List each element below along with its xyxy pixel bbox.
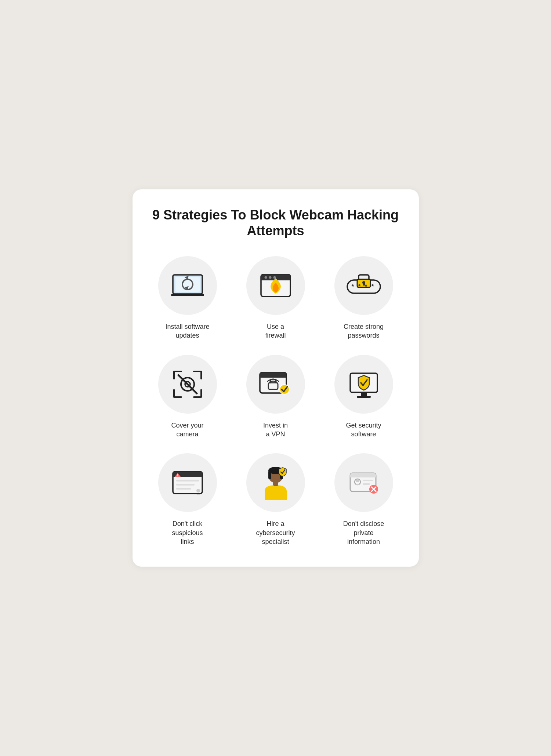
icon-circle-suspicious-links: ! xyxy=(158,453,217,512)
page-title: 9 Strategies To Block Webcam Hacking Att… xyxy=(147,207,404,239)
svg-rect-51 xyxy=(363,483,370,485)
label-install-updates: Install softwareupdates xyxy=(165,322,209,340)
svg-rect-36 xyxy=(176,480,199,481)
specialist-icon xyxy=(259,465,292,500)
label-suspicious-links: Don't clicksuspiciouslinks xyxy=(172,519,203,546)
password-icon: * * * * xyxy=(345,273,382,298)
item-strong-passwords: * * * * Create strongpasswords xyxy=(323,256,404,340)
label-private-info: Don't discloseprivateinformation xyxy=(343,519,384,546)
label-cover-camera: Cover yourcamera xyxy=(171,421,203,439)
svg-rect-50 xyxy=(363,480,373,481)
svg-rect-38 xyxy=(176,488,191,490)
item-use-firewall: Use afirewall xyxy=(235,256,316,340)
svg-rect-30 xyxy=(357,396,371,398)
private-info-icon xyxy=(347,468,380,497)
icon-circle-private-info xyxy=(334,453,393,512)
svg-point-10 xyxy=(273,276,276,279)
icon-circle-security-software xyxy=(334,355,393,414)
security-software-icon xyxy=(347,370,380,399)
svg-rect-37 xyxy=(176,484,195,486)
svg-point-8 xyxy=(264,276,267,279)
svg-text:*: * xyxy=(351,283,354,290)
item-security-software: Get securitysoftware xyxy=(323,355,404,439)
svg-rect-42 xyxy=(268,470,271,479)
icon-circle-use-firewall xyxy=(246,256,305,315)
strategies-grid: Install softwareupdates xyxy=(147,256,404,546)
svg-text:!: ! xyxy=(177,473,178,477)
label-security-software: Get securitysoftware xyxy=(346,421,381,439)
label-strong-passwords: Create strongpasswords xyxy=(344,322,384,340)
vpn-icon xyxy=(258,370,293,399)
svg-text:*: * xyxy=(365,283,367,290)
item-install-updates: Install softwareupdates xyxy=(147,256,228,340)
icon-circle-install-updates xyxy=(158,256,217,315)
label-cybersecurity-specialist: Hire acybersecurityspecialist xyxy=(256,519,295,546)
svg-text:*: * xyxy=(371,283,374,290)
icon-circle-strong-passwords: * * * * xyxy=(334,256,393,315)
icon-circle-cybersecurity-specialist xyxy=(246,453,305,512)
item-suspicious-links: ! Don't clicksuspiciouslinks xyxy=(147,453,228,546)
svg-text:*: * xyxy=(358,283,360,290)
item-cover-camera: Cover yourcamera xyxy=(147,355,228,439)
item-invest-vpn: Invest ina VPN xyxy=(235,355,316,439)
item-private-info: Don't discloseprivateinformation xyxy=(323,453,404,546)
camera-off-icon xyxy=(171,368,204,401)
main-card: 9 Strategies To Block Webcam Hacking Att… xyxy=(133,189,419,567)
icon-circle-invest-vpn xyxy=(246,355,305,414)
svg-rect-26 xyxy=(268,383,278,389)
label-use-firewall: Use afirewall xyxy=(265,322,286,340)
icon-circle-cover-camera xyxy=(158,355,217,414)
svg-rect-2 xyxy=(171,294,204,296)
laptop-refresh-icon xyxy=(171,272,204,299)
svg-point-49 xyxy=(356,479,359,482)
label-invest-vpn: Invest ina VPN xyxy=(263,421,288,439)
svg-point-39 xyxy=(196,489,200,493)
svg-rect-44 xyxy=(273,481,278,486)
firewall-icon xyxy=(259,271,292,300)
item-cybersecurity-specialist: Hire acybersecurityspecialist xyxy=(235,453,316,546)
svg-rect-29 xyxy=(361,392,367,396)
suspicious-links-icon: ! xyxy=(171,468,204,497)
svg-rect-47 xyxy=(350,475,376,477)
svg-rect-25 xyxy=(260,375,286,378)
svg-point-9 xyxy=(269,276,271,279)
